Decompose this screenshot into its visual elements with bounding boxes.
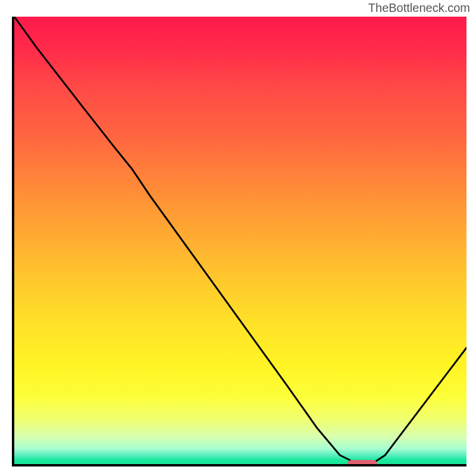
bottleneck-curve bbox=[14, 17, 466, 464]
watermark-text: TheBottleneck.com bbox=[368, 1, 470, 15]
curve-svg bbox=[14, 17, 466, 464]
plot-area bbox=[12, 17, 466, 466]
optimal-marker bbox=[347, 460, 377, 466]
